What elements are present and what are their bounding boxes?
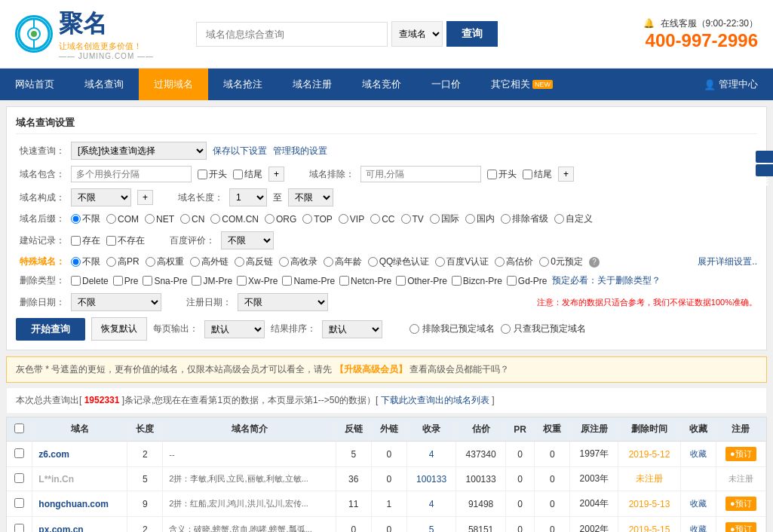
struct-plus-btn[interactable]: + xyxy=(137,190,153,205)
nav-domain-query[interactable]: 域名查询 xyxy=(69,69,139,100)
suffix-top[interactable]: TOP xyxy=(302,214,332,225)
reset-button[interactable]: 恢复默认 xyxy=(91,317,147,341)
collect-button[interactable]: 收藏 xyxy=(690,524,707,532)
struct-select[interactable]: 不限 xyxy=(71,188,131,206)
nav-expired-domains[interactable]: 过期域名 xyxy=(139,69,208,100)
sort-select[interactable]: 默认 xyxy=(322,320,382,338)
select-all-checkbox[interactable] xyxy=(14,423,24,433)
domain-link[interactable]: px.com.cn xyxy=(38,524,83,533)
row-checkbox[interactable] xyxy=(14,498,24,508)
nav-domain-bid[interactable]: 域名竞价 xyxy=(347,69,416,100)
required-reading-link[interactable]: 预定必看：关于删除类型？ xyxy=(552,274,661,287)
delete-gd-pre[interactable]: Gd-Pre xyxy=(507,276,548,286)
start-check-label[interactable]: 开头 xyxy=(198,168,227,181)
delete-date-select[interactable]: 不限 xyxy=(71,293,161,311)
suffix-cc[interactable]: CC xyxy=(370,214,394,225)
domain-link[interactable]: L**in.Cn xyxy=(38,474,74,485)
length-from-select[interactable]: 1 xyxy=(229,188,267,206)
special-high-indexed[interactable]: 高收录 xyxy=(279,255,317,268)
row-checkbox[interactable] xyxy=(14,448,24,458)
special-high-age[interactable]: 高年龄 xyxy=(324,255,362,268)
search-button[interactable]: 查询 xyxy=(446,21,498,47)
start-checkbox[interactable] xyxy=(198,170,207,179)
suffix-com[interactable]: COM xyxy=(106,214,139,225)
nav-home[interactable]: 网站首页 xyxy=(0,69,69,100)
row-checkbox[interactable] xyxy=(14,473,24,483)
delete-netcn-pre[interactable]: Netcn-Pre xyxy=(339,276,391,286)
special-high-outlink[interactable]: 高外链 xyxy=(190,255,229,268)
upgrade-link[interactable]: 【升级高级会员】 xyxy=(335,364,407,375)
end-checkbox[interactable] xyxy=(233,170,243,179)
sidebar-preorder-tab[interactable]: 预订提醒 xyxy=(756,151,773,163)
delete-delete[interactable]: Delete xyxy=(71,276,109,286)
delete-name-pre[interactable]: Name-Pre xyxy=(282,276,335,286)
output-select[interactable]: 默认 xyxy=(204,320,265,338)
search-input[interactable] xyxy=(196,22,388,47)
download-link[interactable]: 下载此次查询出的域名列表 xyxy=(381,395,489,405)
domain-link[interactable]: hongchuan.com xyxy=(38,499,109,509)
not-exist-checkbox[interactable] xyxy=(106,236,116,246)
nav-admin[interactable]: 👤 管理中心 xyxy=(689,69,773,100)
expand-settings-link[interactable]: 展开详细设置.. xyxy=(698,255,757,268)
quick-query-select[interactable]: [系统]快速查询选择 xyxy=(71,142,207,160)
suffix-exclude-province[interactable]: 排除省级 xyxy=(501,212,548,225)
preorder-button[interactable]: ●预订 xyxy=(725,447,756,461)
domain-link[interactable]: z6.com xyxy=(38,449,69,460)
exist-checkbox[interactable] xyxy=(71,236,81,246)
only-reserved-label[interactable]: 只查我已预定域名 xyxy=(501,323,586,335)
suffix-tv[interactable]: TV xyxy=(401,214,424,225)
nav-fixed-price[interactable]: 一口价 xyxy=(416,69,476,100)
preorder-button[interactable]: ●预订 xyxy=(725,497,756,511)
end-check2-label[interactable]: 结尾 xyxy=(523,168,552,181)
suffix-net[interactable]: NET xyxy=(145,214,174,225)
domain-include-input[interactable] xyxy=(71,166,192,182)
domain-exclude-input[interactable] xyxy=(360,166,481,182)
row-checkbox[interactable] xyxy=(14,524,24,533)
suffix-domestic[interactable]: 国内 xyxy=(465,212,495,225)
start-check2-label[interactable]: 开头 xyxy=(487,168,517,181)
search-type-select[interactable]: 查域名 xyxy=(391,21,443,47)
sidebar-feedback-tab[interactable]: 意见反馈 xyxy=(756,164,773,176)
end-checkbox2[interactable] xyxy=(523,170,532,179)
start-query-button[interactable]: 开始查询 xyxy=(16,318,85,341)
end-check-label[interactable]: 结尾 xyxy=(233,168,262,181)
collect-button[interactable]: 收藏 xyxy=(690,449,707,458)
special-high-backlink[interactable]: 高反链 xyxy=(235,255,273,268)
preorder-button[interactable]: ●预订 xyxy=(725,522,756,532)
collect-button[interactable]: 收藏 xyxy=(690,499,707,508)
include-plus-btn[interactable]: + xyxy=(268,167,284,182)
special-baidu-v[interactable]: 百度V认证 xyxy=(435,255,489,268)
not-exist-check-label[interactable]: 不存在 xyxy=(106,234,145,247)
suffix-com-cn[interactable]: COM.CN xyxy=(210,214,259,225)
delete-sna-pre[interactable]: Sna-Pre xyxy=(143,276,187,286)
save-settings-link[interactable]: 保存以下设置 xyxy=(213,145,267,157)
special-unlimited[interactable]: 不限 xyxy=(71,255,100,268)
nav-domain-grab[interactable]: 域名抢注 xyxy=(208,69,278,100)
suffix-unlimited[interactable]: 不限 xyxy=(71,212,100,225)
exclude-plus-btn[interactable]: + xyxy=(558,167,574,182)
special-high-weight[interactable]: 高权重 xyxy=(146,255,184,268)
suffix-custom[interactable]: 自定义 xyxy=(554,212,593,225)
special-high-pr[interactable]: 高PR xyxy=(106,255,140,268)
reg-date-select[interactable]: 不限 xyxy=(238,293,328,311)
special-qq-cert[interactable]: QQ绿色认证 xyxy=(368,255,430,268)
manage-settings-link[interactable]: 管理我的设置 xyxy=(273,145,327,157)
help-icon[interactable]: ? xyxy=(589,257,600,268)
delete-bizcn-pre[interactable]: Bizcn-Pre xyxy=(452,276,502,286)
length-to-select[interactable]: 不限 xyxy=(288,188,333,206)
start-checkbox2[interactable] xyxy=(487,170,497,179)
suffix-vip[interactable]: VIP xyxy=(339,214,364,225)
special-free-preorder[interactable]: 0元预定 xyxy=(539,255,583,268)
delete-jm-pre[interactable]: JM-Pre xyxy=(192,276,232,286)
suffix-cn[interactable]: CN xyxy=(180,214,204,225)
nav-domain-reg[interactable]: 域名注册 xyxy=(278,69,347,100)
exclude-reserved-label[interactable]: 排除我已预定域名 xyxy=(410,323,495,335)
delete-xw-pre[interactable]: Xw-Pre xyxy=(237,276,278,286)
nav-others[interactable]: 其它相关 NEW xyxy=(476,69,568,100)
delete-other-pre[interactable]: Other-Pre xyxy=(396,276,447,286)
special-high-price[interactable]: 高估价 xyxy=(495,255,533,268)
suffix-intl[interactable]: 国际 xyxy=(430,212,459,225)
exist-check-label[interactable]: 存在 xyxy=(71,234,100,247)
suffix-org[interactable]: ORG xyxy=(265,214,296,225)
baidu-score-select[interactable]: 不限 xyxy=(221,231,274,249)
